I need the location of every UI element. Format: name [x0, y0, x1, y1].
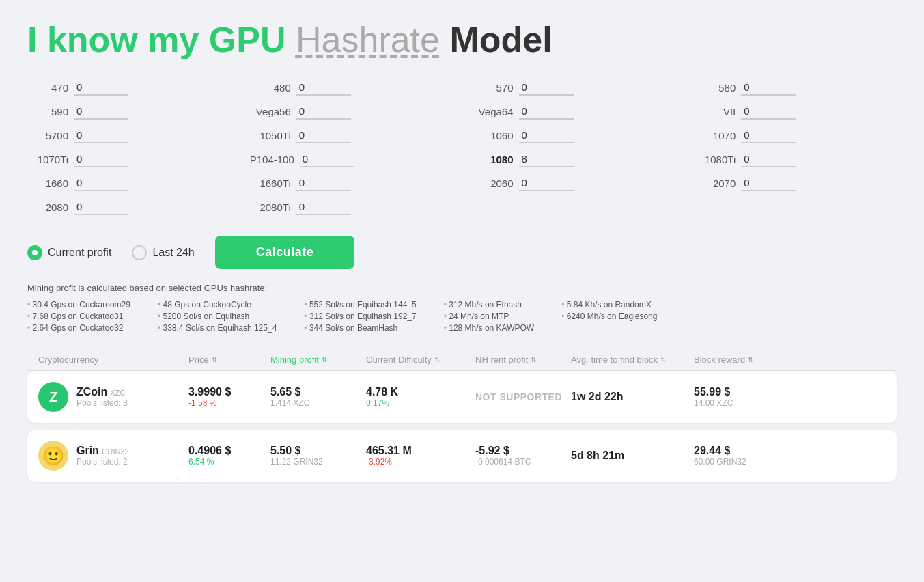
gpu-field-590: 590 — [27, 104, 229, 120]
hashrate-item: 2.64 Gps on Cuckatoo32 — [27, 323, 130, 333]
coin-name: ZCoin — [76, 386, 107, 398]
gpu-field-480: 480 — [250, 80, 452, 96]
coin-name: Grin — [76, 445, 99, 456]
table-row[interactable]: 🙂 GrinGRIN32 Pools listed: 2 0.4906 $ 6.… — [27, 430, 897, 482]
hashrate-item: 6240 Mh/s on Eaglesong — [561, 311, 657, 321]
page-title: I know my GPU Hashrate Model — [27, 20, 897, 59]
calculate-button[interactable]: Calculate — [215, 236, 355, 269]
gpu-input-2060[interactable] — [519, 176, 574, 191]
info-text: Mining profit is calculated based on sel… — [27, 283, 897, 293]
gpu-field-2060: 2060 — [473, 176, 675, 191]
coin-name-block: GrinGRIN32 Pools listed: 2 — [76, 445, 129, 467]
gpu-label: 570 — [473, 82, 514, 94]
gpu-input-vii[interactable] — [741, 104, 796, 120]
coin-logo: Z — [38, 382, 68, 412]
table-header-current-difficulty[interactable]: Current Difficulty ⇅ — [366, 355, 475, 365]
time-cell: 1w 2d 22h — [571, 391, 694, 403]
hashrate-col: 30.4 Gps on Cuckaroom297.68 Gps on Cucka… — [27, 300, 130, 333]
gpu-field-2080ti: 2080Ti — [250, 199, 452, 215]
sort-icon[interactable]: Price ⇅ — [188, 355, 217, 365]
gpu-grid: 470 480 570 580 590 Vega56 Vega64 VII 57… — [27, 80, 897, 215]
current-profit-radio[interactable]: Current profit — [27, 245, 111, 260]
gpu-field-1660ti: 1660Ti — [250, 176, 452, 191]
table-header-price[interactable]: Price ⇅ — [188, 355, 270, 365]
gpu-label: Vega64 — [473, 106, 514, 117]
coin-pools: Pools listed: 2 — [76, 457, 129, 467]
controls: Current profit Last 24h Calculate — [27, 236, 897, 269]
gpu-label: 1070Ti — [27, 154, 68, 165]
gpu-input-590[interactable] — [74, 104, 128, 120]
hashrate-item: 48 Gps on CuckooCycle — [158, 300, 277, 309]
gpu-input-1080[interactable] — [519, 152, 574, 167]
hashrate-item: 312 Mh/s on Ethash — [444, 300, 534, 309]
hashrate-col: 5.84 Kh/s on RandomX6240 Mh/s on Eagleso… — [561, 300, 657, 333]
hashrate-col: 552 Sol/s on Equihash 144_5312 Sol/s on … — [304, 300, 416, 333]
gpu-input-vega56[interactable] — [296, 104, 351, 120]
table-header-nh-rent-profit[interactable]: NH rent profit ⇅ — [475, 355, 571, 365]
sort-icon[interactable]: Block reward ⇅ — [694, 355, 753, 365]
gpu-input-570[interactable] — [519, 80, 574, 96]
gpu-field-vega56: Vega56 — [250, 104, 452, 120]
table-header-cryptocurrency: Cryptocurrency — [38, 355, 188, 365]
gpu-field-1080: 1080 — [473, 152, 675, 167]
sort-icon[interactable]: Current Difficulty ⇅ — [366, 355, 440, 365]
gpu-input-2080[interactable] — [74, 199, 128, 215]
hashrate-item: 128 Mh/s on KAWPOW — [444, 323, 534, 333]
table-header: CryptocurrencyPrice ⇅Mining profit ⇅Curr… — [27, 349, 897, 371]
gpu-field-1070: 1070 — [695, 128, 897, 143]
difficulty-cell: 465.31 M -3.92% — [366, 445, 475, 467]
gpu-input-1070ti[interactable] — [74, 152, 128, 167]
coin-pools: Pools listed: 3 — [76, 398, 128, 408]
gpu-label: 1080Ti — [695, 154, 736, 165]
sort-icon[interactable]: Avg. time to find block ⇅ — [571, 355, 666, 365]
gpu-label: P104-100 — [250, 154, 294, 165]
price-cell: 0.4906 $ 6.54 % — [188, 445, 270, 467]
sort-icon[interactable]: NH rent profit ⇅ — [475, 355, 536, 365]
time-cell: 5d 8h 21m — [571, 449, 694, 462]
gpu-input-1050ti[interactable] — [296, 128, 351, 143]
gpu-label: 590 — [27, 106, 68, 117]
gpu-input-580[interactable] — [741, 80, 796, 96]
gpu-input-480[interactable] — [296, 80, 351, 96]
coin-name-row: GrinGRIN32 — [76, 445, 129, 457]
gpu-input-1060[interactable] — [519, 128, 574, 143]
gpu-label: 1660 — [27, 178, 68, 189]
sort-icon[interactable]: Mining profit ⇅ — [270, 355, 327, 365]
hashrate-col: 48 Gps on CuckooCycle5200 Sol/s on Equih… — [158, 300, 277, 333]
gpu-input-1070[interactable] — [741, 128, 796, 143]
table-header-block-reward[interactable]: Block reward ⇅ — [694, 355, 789, 365]
gpu-input-1080ti[interactable] — [741, 152, 796, 167]
hashrate-item: 5200 Sol/s on Equihash — [158, 311, 277, 321]
gpu-input-p104-100[interactable] — [300, 152, 354, 167]
gpu-input-2070[interactable] — [741, 176, 796, 191]
table-header-avg.-time-to-find-block[interactable]: Avg. time to find block ⇅ — [571, 355, 694, 365]
hashrate-item: 7.68 Gps on Cuckatoo31 — [27, 311, 130, 321]
gpu-input-470[interactable] — [74, 80, 128, 96]
coin-info: Z ZCoinXZC Pools listed: 3 — [38, 382, 188, 412]
last-24h-radio[interactable]: Last 24h — [132, 245, 194, 260]
table-header-mining-profit[interactable]: Mining profit ⇅ — [270, 355, 366, 365]
gpu-field-2080: 2080 — [27, 199, 229, 215]
gpu-label: 2080 — [27, 202, 68, 213]
hashrate-bullets: 30.4 Gps on Cuckaroom297.68 Gps on Cucka… — [27, 300, 897, 333]
hashrate-item: 312 Sol/s on Equihash 192_7 — [304, 311, 416, 321]
gpu-input-vega64[interactable] — [519, 104, 574, 120]
table-row[interactable]: Z ZCoinXZC Pools listed: 3 3.9990 $ -1.5… — [27, 371, 897, 423]
gpu-input-1660ti[interactable] — [296, 176, 351, 191]
gpu-input-1660[interactable] — [74, 176, 128, 191]
gpu-label: 1080 — [473, 154, 514, 165]
gpu-field-1060: 1060 — [473, 128, 675, 143]
hashrate-item: 24 Mh/s on MTP — [444, 311, 534, 321]
gpu-field-5700: 5700 — [27, 128, 229, 143]
last-24h-radio-circle — [132, 245, 147, 260]
nh-profit-cell: -5.92 $ -0.000614 BTC — [475, 445, 571, 467]
profit-cell: 5.50 $ 11.22 GRIN32 — [270, 445, 366, 467]
gpu-field-1660: 1660 — [27, 176, 229, 191]
gpu-field-1050ti: 1050Ti — [250, 128, 452, 143]
hashrate-item: 338.4 Sol/s on Equihash 125_4 — [158, 323, 277, 333]
gpu-input-5700[interactable] — [74, 128, 128, 143]
last-24h-label: Last 24h — [152, 247, 194, 259]
gpu-input-2080ti[interactable] — [296, 199, 351, 215]
hashrate-item: 5.84 Kh/s on RandomX — [561, 300, 657, 309]
gpu-label: Vega56 — [250, 106, 291, 117]
